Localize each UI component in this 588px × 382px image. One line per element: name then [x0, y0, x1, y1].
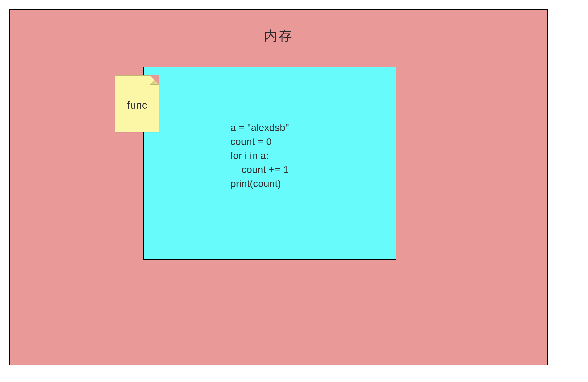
file-label: func [115, 99, 159, 111]
code-line-1: a = "alexdsb" [230, 122, 289, 133]
code-line-5: print(count) [230, 178, 281, 189]
function-body-box: a = "alexdsb" count = 0 for i in a: coun… [143, 67, 396, 260]
code-line-2: count = 0 [230, 136, 272, 147]
file-icon: func [115, 75, 159, 132]
memory-container: 内存 a = "alexdsb" count = 0 for i in a: c… [9, 9, 548, 365]
memory-title: 内存 [264, 27, 293, 45]
code-snippet: a = "alexdsb" count = 0 for i in a: coun… [230, 121, 289, 191]
code-line-4: count += 1 [230, 164, 289, 175]
code-line-3: for i in a: [230, 150, 269, 161]
